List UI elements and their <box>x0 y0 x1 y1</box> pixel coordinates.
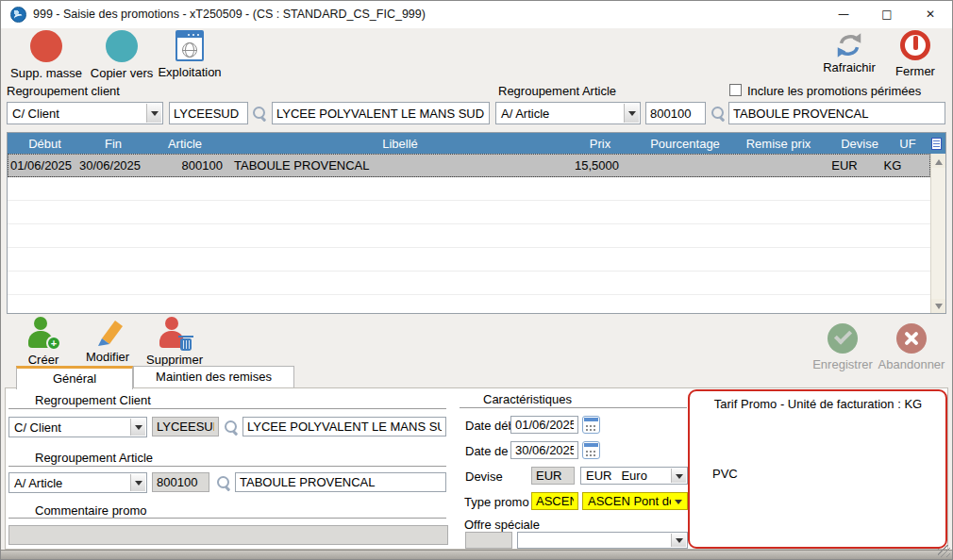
tab-maintien-des-remises[interactable]: Maintien des remises <box>133 366 294 388</box>
col-prix[interactable]: Prix <box>566 133 644 154</box>
type-promo-code-input[interactable] <box>531 492 578 510</box>
filter-client-name-input[interactable] <box>272 102 490 124</box>
exploitation-label: Exploitation <box>156 65 224 79</box>
devise-code-input[interactable] <box>531 467 575 485</box>
chevron-down-icon[interactable] <box>130 474 145 491</box>
modifier-label: Modifier <box>76 350 139 364</box>
filter-article-name-input[interactable] <box>728 102 945 124</box>
close-button[interactable]: ✕ <box>909 1 952 28</box>
filter-client-group-label: Regroupement client <box>7 84 120 98</box>
chevron-down-icon[interactable] <box>624 104 639 123</box>
col-uf[interactable]: UF <box>889 133 927 154</box>
form-article-group-label: Regroupement Article <box>32 451 156 465</box>
table-scrollbar[interactable] <box>930 154 945 313</box>
creer-button[interactable]: Créer <box>14 317 73 367</box>
chevron-down-icon[interactable] <box>671 534 686 547</box>
chevron-down-icon[interactable] <box>146 104 161 123</box>
devise-combo[interactable]: EUR Euro <box>580 467 688 485</box>
filter-client-type-combo[interactable]: C/ Client <box>7 102 163 124</box>
article-search-icon[interactable] <box>711 106 727 122</box>
form-article-code-input[interactable] <box>152 472 209 492</box>
caracteristiques-group-label: Caractéristiques <box>480 392 575 406</box>
chevron-down-icon[interactable] <box>130 419 145 436</box>
supp-masse-label: Supp. masse <box>5 66 88 80</box>
date-debut-input[interactable] <box>510 416 578 434</box>
commentaire-input[interactable] <box>8 525 448 545</box>
fermer-label: Fermer <box>888 64 943 78</box>
copier-vers-icon <box>106 30 138 62</box>
supprimer-button[interactable]: Supprimer <box>141 317 209 367</box>
form-client-name-input[interactable] <box>242 417 446 436</box>
scroll-down-icon[interactable] <box>931 299 945 313</box>
chevron-down-icon[interactable] <box>671 469 686 483</box>
filter-article-type-combo[interactable]: A/ Article <box>495 102 641 124</box>
filter-article-code-input[interactable] <box>645 102 706 124</box>
form-client-type-value: C/ Client <box>14 420 61 435</box>
filter-client-type-value: C/ Client <box>12 107 59 121</box>
app-window: 999 - Saisie des promotions - xT250509 -… <box>0 0 953 560</box>
pencil-icon <box>91 317 125 349</box>
supprimer-label: Supprimer <box>141 353 209 367</box>
offre-code-input[interactable] <box>465 532 512 549</box>
enregistrer-button[interactable]: Enregistrer <box>811 323 875 371</box>
supp-masse-button[interactable]: Supp. masse <box>5 30 88 80</box>
maximize-button[interactable]: □ <box>865 1 909 28</box>
plus-icon <box>46 336 61 351</box>
form-article-search-icon[interactable] <box>216 475 232 491</box>
col-debut[interactable]: Début <box>8 133 79 154</box>
client-search-icon[interactable] <box>252 106 268 122</box>
col-article[interactable]: Article <box>147 133 228 154</box>
filter-client-code-input[interactable] <box>169 102 248 124</box>
copier-vers-label: Copier vers <box>88 66 156 80</box>
form-client-group-label: Regroupement Client <box>32 393 154 407</box>
cell-article: 800100 <box>147 158 228 173</box>
globe-icon <box>182 42 197 58</box>
modifier-button[interactable]: Modifier <box>76 317 139 364</box>
type-promo-option: ASCEN Pont de <box>588 494 676 508</box>
supp-masse-icon <box>30 30 62 62</box>
minimize-button[interactable]: — <box>822 1 865 28</box>
power-icon <box>900 30 930 60</box>
person-add-icon <box>25 317 61 349</box>
abandonner-button[interactable]: Abandonner <box>877 323 946 371</box>
table-empty-row <box>8 177 930 201</box>
refresh-icon <box>834 31 864 59</box>
form-client-type-combo[interactable]: C/ Client <box>8 417 147 437</box>
date-fin-input[interactable] <box>510 441 578 459</box>
fermer-button[interactable]: Fermer <box>888 30 943 78</box>
type-promo-combo[interactable]: ASCEN Pont de <box>582 492 688 510</box>
col-remise-prix[interactable]: Remise prix <box>736 133 830 154</box>
tarif-group-label: Tarif Promo - Unité de facturation : KG <box>695 397 941 411</box>
cell-libelle: TABOULE PROVENCAL <box>228 158 551 173</box>
check-icon <box>828 323 858 354</box>
form-article-type-combo[interactable]: A/ Article <box>8 472 147 493</box>
col-libelle[interactable]: Libellé <box>228 133 566 154</box>
rafraichir-button[interactable]: Rafraichir <box>818 31 880 74</box>
grid-icon[interactable] <box>931 138 942 150</box>
include-expired-checkbox[interactable] <box>729 84 742 96</box>
commentaire-group-label: Commentaire promo <box>32 503 150 518</box>
table-menu-cell[interactable] <box>927 133 945 154</box>
table-row[interactable]: 01/06/2025 30/06/2025 800100 TABOULE PRO… <box>8 154 930 177</box>
form-article-name-input[interactable] <box>235 472 446 492</box>
form-client-search-icon[interactable] <box>224 420 240 436</box>
form-client-code-input[interactable] <box>152 417 219 436</box>
filter-article-type-value: A/ Article <box>501 107 549 121</box>
titlebar: 999 - Saisie des promotions - xT250509 -… <box>1 1 952 28</box>
tab-general[interactable]: Général <box>16 366 133 389</box>
copier-vers-button[interactable]: Copier vers <box>88 30 156 80</box>
devise-option-name: Euro <box>621 469 646 483</box>
offre-combo[interactable] <box>517 532 688 549</box>
exploitation-button[interactable]: Exploitation <box>156 30 224 79</box>
col-devise[interactable]: Devise <box>830 133 889 154</box>
date-fin-calendar-icon[interactable] <box>582 441 600 459</box>
date-debut-calendar-icon[interactable] <box>582 416 600 434</box>
col-pourcentage[interactable]: Pourcentage <box>644 133 736 154</box>
chevron-down-icon[interactable] <box>671 494 686 508</box>
devise-label: Devise <box>465 469 503 484</box>
col-fin[interactable]: Fin <box>79 133 147 154</box>
trash-icon <box>180 338 192 351</box>
rafraichir-label: Rafraichir <box>818 60 880 74</box>
x-icon <box>896 323 927 354</box>
scroll-up-icon[interactable] <box>931 154 945 168</box>
